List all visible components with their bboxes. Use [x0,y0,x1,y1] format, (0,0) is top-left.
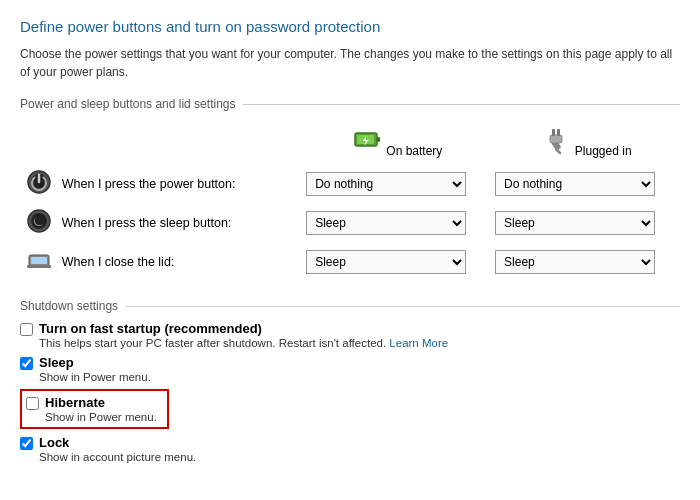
row-label: When I press the power button: [58,164,302,203]
power-btn-icon [20,164,58,203]
battery-icon [351,144,386,158]
section1-header: Power and sleep buttons and lid settings [20,97,680,111]
svg-rect-1 [377,137,380,142]
section2-header: Shutdown settings [20,299,680,313]
shutdown-item: SleepShow in Power menu. [20,355,680,383]
plug-icon [540,144,575,158]
on-battery-dropdown-cell: Do nothingSleepHibernateShut down [302,203,491,242]
svg-rect-15 [31,257,47,264]
row-label-col-header [58,119,302,164]
learn-more-link[interactable]: Learn More [389,337,448,349]
icon-col-header [20,119,58,164]
plugged-in-label: Plugged in [575,144,632,158]
plugged-in-select-row1[interactable]: Do nothingSleepHibernateShut down [495,211,655,235]
shutdown-settings: Turn on fast startup (recommended)This h… [20,321,680,463]
on-battery-select-row1[interactable]: Do nothingSleepHibernateShut down [306,211,466,235]
checkbox-sleep[interactable] [20,357,33,370]
on-battery-dropdown-cell: Do nothingSleepHibernateShut down [302,242,491,281]
svg-rect-7 [557,129,560,136]
power-settings-table: On battery Plugged in [20,119,680,281]
table-row: When I press the power button:Do nothing… [20,164,680,203]
checkbox-lock[interactable] [20,437,33,450]
plugged-in-select-row2[interactable]: Do nothingSleepHibernateShut down [495,250,655,274]
on-battery-dropdown-cell: Do nothingSleepHibernateShut downTurn of… [302,164,491,203]
table-row: When I close the lid:Do nothingSleepHibe… [20,242,680,281]
shutdown-item-label: Hibernate [45,395,105,410]
on-battery-col-header: On battery [302,119,491,164]
on-battery-select-row2[interactable]: Do nothingSleepHibernateShut down [306,250,466,274]
row-label: When I close the lid: [58,242,302,281]
svg-line-8 [556,149,560,153]
plugged-in-select-row0[interactable]: Do nothingSleepHibernateShut downTurn of… [495,172,655,196]
svg-rect-6 [552,129,555,136]
plugged-in-dropdown-cell: Do nothingSleepHibernateShut down [491,242,680,281]
plugged-in-dropdown-cell: Do nothingSleepHibernateShut down [491,203,680,242]
shutdown-item-desc: Show in Power menu. [45,411,157,423]
shutdown-item: LockShow in account picture menu. [20,435,680,463]
page-title: Define power buttons and turn on passwor… [20,18,680,35]
sleep-btn-icon [20,203,58,242]
page-description: Choose the power settings that you want … [20,45,680,81]
table-row: When I press the sleep button:Do nothing… [20,203,680,242]
shutdown-item: HibernateShow in Power menu. [26,395,157,423]
shutdown-item-desc: This helps start your PC faster after sh… [39,337,448,349]
hibernate-highlighted-box: HibernateShow in Power menu. [20,389,169,429]
svg-rect-5 [550,135,562,143]
plugged-in-dropdown-cell: Do nothingSleepHibernateShut downTurn of… [491,164,680,203]
plugged-in-col-header: Plugged in [491,119,680,164]
shutdown-item-label: Lock [39,435,69,450]
lid-icon [20,242,58,281]
shutdown-item-desc: Show in Power menu. [39,371,151,383]
svg-point-12 [31,213,47,229]
checkbox-hibernate[interactable] [26,397,39,410]
shutdown-item-desc: Show in account picture menu. [39,451,196,463]
on-battery-label: On battery [386,144,442,158]
row-label: When I press the sleep button: [58,203,302,242]
on-battery-select-row0[interactable]: Do nothingSleepHibernateShut downTurn of… [306,172,466,196]
checkbox-fast_startup[interactable] [20,323,33,336]
shutdown-item-label: Turn on fast startup (recommended) [39,321,262,336]
shutdown-item: Turn on fast startup (recommended)This h… [20,321,680,349]
svg-rect-14 [27,265,51,268]
shutdown-item-label: Sleep [39,355,74,370]
